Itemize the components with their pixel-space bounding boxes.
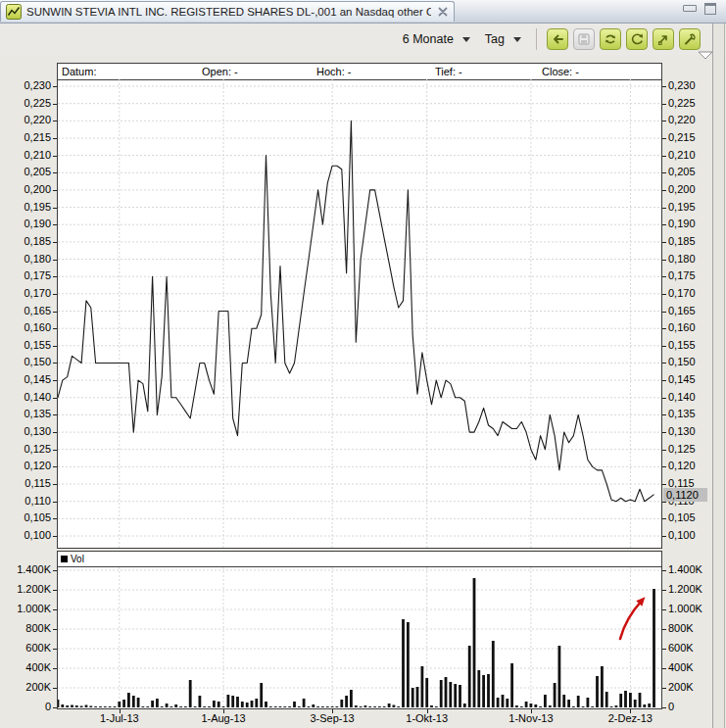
volume-bar [510, 663, 513, 707]
axis-tick-right [662, 224, 666, 225]
price-axis-label-left: 0,100 [2, 529, 51, 542]
volume-bar [643, 704, 646, 707]
interval-value: Tag [485, 32, 505, 46]
price-axis-label-left: 0,135 [2, 408, 51, 420]
volume-plot[interactable] [58, 567, 661, 708]
volume-bar [388, 704, 391, 707]
volume-bar [85, 705, 88, 708]
axis-tick-right [662, 156, 666, 157]
volume-bar [430, 705, 433, 707]
volume-bar [421, 666, 424, 707]
axis-tick-right [662, 190, 666, 191]
volume-bar [435, 706, 438, 707]
volume-bar [146, 706, 149, 707]
volume-bar [463, 704, 466, 707]
axis-tick-right [662, 707, 666, 708]
period-dropdown[interactable]: 6 Monate [398, 30, 475, 48]
axis-tick-right [662, 629, 666, 630]
axis-tick-right [662, 466, 666, 467]
volume-bar [316, 706, 319, 707]
quote-info-bar: Datum:Open: -Hoch: -Tief: -Close: - [58, 64, 661, 80]
volume-bar [482, 675, 485, 707]
price-plot[interactable] [58, 79, 661, 548]
price-axis-label-left: 0,145 [2, 373, 51, 386]
volume-bar [142, 706, 145, 707]
volume-bar [156, 699, 159, 707]
volume-bar [497, 698, 500, 707]
volume-bar [61, 704, 64, 707]
axis-tick-right [662, 138, 666, 139]
volume-bar [161, 706, 164, 707]
volume-bar [383, 706, 386, 707]
volume-bar [227, 695, 230, 707]
annotation-arrow [620, 601, 642, 639]
panel-collapse-chevron[interactable] [698, 50, 713, 62]
axis-tick-right [662, 121, 666, 121]
volume-bar [127, 693, 130, 707]
volume-axis-label-left: 1.400K [2, 563, 51, 576]
volume-bar [648, 704, 651, 707]
axis-tick-right [662, 668, 666, 669]
volume-bar [364, 705, 367, 707]
volume-bar [213, 701, 216, 707]
volume-bar [591, 706, 594, 707]
axis-tick-right [662, 649, 666, 650]
tab-sunwin-stevia[interactable]: SUNWIN STEVIA INTL INC. REGISTERED SHARE… [0, 1, 455, 22]
volume-bar [321, 706, 324, 707]
compare-button[interactable] [600, 28, 621, 50]
volume-bar [502, 695, 505, 707]
x-axis-tick [427, 709, 428, 713]
axis-tick-right [662, 104, 666, 105]
price-axis-label-left: 0,215 [2, 131, 51, 144]
volume-axis-label-left: 1.000K [2, 603, 51, 615]
volume-bar [629, 693, 632, 707]
volume-bar [459, 685, 461, 707]
axis-tick-right [662, 609, 666, 610]
x-axis-label: 1-Okt-13 [392, 712, 462, 724]
axis-tick-right [662, 172, 666, 173]
volume-bar [440, 680, 443, 707]
volume-bar [562, 695, 565, 707]
fullscreen-button[interactable] [653, 28, 674, 50]
volume-bar [610, 706, 613, 707]
volume-bar [473, 578, 476, 707]
volume-axis-label-left: 200K [2, 681, 51, 694]
tab-title: SUNWIN STEVIA INTL INC. REGISTERED SHARE… [26, 6, 431, 18]
volume-bar [619, 694, 622, 707]
double-refresh-icon [603, 31, 618, 47]
maximize-icon[interactable] [704, 3, 716, 15]
axis-tick-right [662, 294, 666, 295]
reload-icon [629, 31, 645, 47]
volume-bar [326, 706, 329, 707]
volume-bar [639, 693, 642, 707]
volume-bar [71, 705, 73, 708]
volume-bar [308, 706, 311, 707]
reload-button[interactable] [626, 28, 648, 50]
window-controls [683, 3, 716, 15]
volume-bar [397, 706, 400, 707]
volume-bar [303, 699, 306, 707]
volume-bar [373, 706, 376, 707]
volume-bar [166, 704, 169, 707]
volume-bar [539, 706, 542, 707]
volume-bar [549, 705, 552, 707]
volume-bar [231, 696, 234, 707]
axis-tick-right [662, 208, 666, 209]
right-splitter[interactable] [712, 24, 725, 728]
axis-tick-right [662, 398, 666, 399]
minimize-icon[interactable] [683, 5, 697, 12]
back-button[interactable] [547, 28, 568, 50]
info-field-datum: Datum: [62, 66, 96, 77]
interval-dropdown[interactable]: Tag [480, 30, 526, 48]
toolbar-separator [536, 28, 537, 50]
volume-bar [58, 700, 59, 707]
volume-bar [132, 696, 135, 707]
close-icon[interactable] [437, 6, 449, 18]
volume-bar [137, 698, 140, 707]
save-button[interactable] [573, 28, 595, 50]
volume-bar [269, 706, 272, 707]
axis-tick-right [662, 450, 666, 451]
volume-bar [260, 683, 263, 707]
settings-button[interactable] [679, 28, 701, 50]
volume-bar [199, 696, 202, 707]
